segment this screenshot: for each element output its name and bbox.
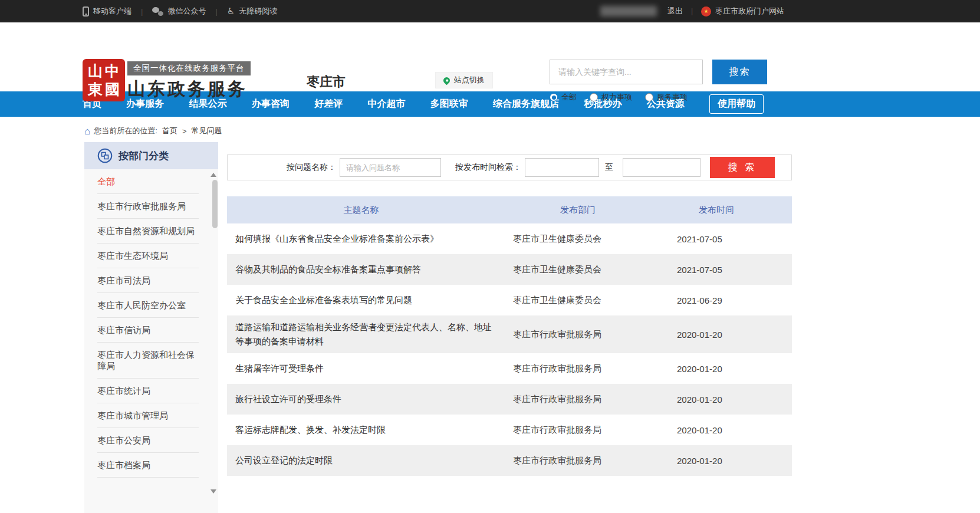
row-title-link[interactable]: 客运标志牌配发、换发、补发法定时限 (227, 423, 495, 437)
row-date: 2021-06-29 (660, 295, 772, 305)
site-switch-button[interactable]: 站点切换 (435, 72, 493, 88)
sidebar-title: 按部门分类 (119, 149, 169, 163)
radio-icon[interactable] (645, 93, 653, 101)
row-department: 枣庄市行政审批服务局 (495, 455, 660, 466)
row-department: 枣庄市行政审批服务局 (495, 329, 660, 340)
table-row[interactable]: 道路运输和道路运输相关业务经营者变更法定代表人、名称、地址等事项的备案申请材料 … (227, 315, 792, 353)
row-title-link[interactable]: 旅行社设立许可的受理条件 (227, 392, 495, 406)
sidebar-item[interactable]: 枣庄市司法局 (97, 268, 199, 293)
table-row[interactable]: 客运标志牌配发、换发、补发法定时限 枣庄市行政审批服务局 2020-01-20 (227, 415, 792, 445)
portal-link[interactable]: 枣庄市政府门户网站 (701, 6, 784, 17)
table-row[interactable]: 生猪屠宰许可受理条件 枣庄市行政审批服务局 2020-01-20 (227, 353, 792, 384)
row-department: 枣庄市行政审批服务局 (495, 425, 660, 436)
row-department: 枣庄市卫生健康委员会 (495, 295, 660, 306)
top-utility-bar: 移动客户端 微信公众号 无障碍阅读 退出 | 枣庄市政府门户网站 (0, 0, 980, 22)
row-date: 2021-07-05 (660, 234, 772, 244)
row-title-link[interactable]: 道路运输和道路运输相关业务经营者变更法定代表人、名称、地址等事项的备案申请材料 (227, 320, 495, 348)
sidebar-list: 全部 枣庄市行政审批服务局 枣庄市自然资源和规划局 枣庄市生态环境局 枣庄市司法… (84, 169, 218, 513)
platform-badge: 全国一体化在线政务服务平台 (127, 61, 251, 75)
sidebar-item[interactable]: 枣庄市档案局 (97, 453, 199, 478)
radio-icon[interactable] (550, 93, 558, 101)
name-filter-label: 按问题名称： (287, 162, 336, 173)
topbar-link[interactable]: 移动客户端 (83, 6, 131, 17)
search-scope-radio[interactable]: 全部 (550, 92, 577, 103)
table-body: 如何填报《山东省食品安全企业标准备案前公示表》 枣庄市卫生健康委员会 2021-… (227, 223, 792, 476)
row-title-link[interactable]: 生猪屠宰许可受理条件 (227, 361, 495, 376)
row-title-link[interactable]: 如何填报《山东省食品安全企业标准备案前公示表》 (227, 232, 495, 246)
search-scope-radios: 全部 权力事项 服务事项 (550, 92, 701, 103)
table-row[interactable]: 如何填报《山东省食品安全企业标准备案前公示表》 枣庄市卫生健康委员会 2021-… (227, 223, 792, 254)
keyword-search-input[interactable] (550, 60, 703, 84)
column-header-title: 主题名称 (227, 205, 495, 216)
main-panel: 按问题名称： 按发布时间检索： 至 搜 索 主题名称 发布部门 发布时间 如何填… (227, 142, 792, 513)
site-title: 山东政务服务 (127, 77, 251, 101)
city-name: 枣庄市 (307, 73, 346, 91)
search-scope-radio[interactable]: 服务事项 (645, 92, 688, 103)
table-row[interactable]: 公司设立登记的法定时限 枣庄市行政审批服务局 2020-01-20 (227, 445, 792, 476)
column-header-dept: 发布部门 (495, 205, 660, 216)
search-scope-radio[interactable]: 权力事项 (590, 92, 632, 103)
scroll-down-arrow-icon[interactable] (211, 489, 216, 494)
logout-link[interactable]: 退出 (667, 6, 683, 17)
home-icon (84, 126, 94, 136)
scrollbar-thumb[interactable] (212, 180, 218, 228)
radio-icon[interactable] (590, 93, 598, 101)
table-row[interactable]: 旅行社设立许可的受理条件 枣庄市行政审批服务局 2020-01-20 (227, 384, 792, 415)
sidebar-item[interactable]: 枣庄市生态环境局 (97, 244, 199, 268)
breadcrumb-home-link[interactable]: 首页 (162, 126, 177, 136)
nav-item[interactable]: 办事咨询 (252, 98, 290, 110)
sidebar-item[interactable]: 枣庄市人民防空办公室 (97, 293, 199, 318)
topbar-links: 移动客户端 微信公众号 无障碍阅读 (83, 6, 277, 17)
table-row[interactable]: 谷物及其制品的食品安全标准备案重点事项解答 枣庄市卫生健康委员会 2021-07… (227, 254, 792, 285)
breadcrumb-separator: > (182, 127, 187, 136)
row-date: 2021-07-05 (660, 265, 772, 275)
sidebar-item[interactable]: 全部 (97, 169, 199, 194)
row-date: 2020-01-20 (660, 394, 772, 405)
row-title-link[interactable]: 谷物及其制品的食品安全标准备案重点事项解答 (227, 262, 495, 277)
shandong-seal-logo: 山 中 東 國 (83, 59, 125, 101)
row-date: 2020-01-20 (660, 330, 772, 340)
sidebar-item[interactable]: 枣庄市行政审批服务局 (97, 194, 199, 219)
department-sidebar: 按部门分类 全部 枣庄市行政审批服务局 枣庄市自然资源和规划局 枣庄市生态环境局… (84, 142, 218, 513)
sidebar-item[interactable]: 枣庄市信访局 (97, 318, 199, 343)
topbar-link[interactable]: 无障碍阅读 (206, 6, 277, 17)
sidebar-header: 按部门分类 (84, 142, 218, 169)
mobile-icon (83, 6, 89, 17)
accessibility-icon (227, 6, 235, 16)
breadcrumb-prefix: 您当前所在的位置: (94, 126, 157, 136)
sidebar-item[interactable]: 枣庄市统计局 (97, 379, 199, 403)
nav-item[interactable]: 多图联审 (430, 98, 468, 110)
table-row[interactable]: 关于食品安全企业标准备案表填写的常见问题 枣庄市卫生健康委员会 2021-06-… (227, 285, 792, 315)
row-title-link[interactable]: 公司设立登记的法定时限 (227, 453, 495, 468)
faq-table: 主题名称 发布部门 发布时间 如何填报《山东省食品安全企业标准备案前公示表》 枣… (227, 196, 792, 476)
row-department: 枣庄市卫生健康委员会 (495, 264, 660, 275)
date-filter-label: 按发布时间检索： (455, 162, 521, 173)
row-department: 枣庄市行政审批服务局 (495, 363, 660, 374)
row-department: 枣庄市行政审批服务局 (495, 394, 660, 405)
site-header: 山 中 東 國 全国一体化在线政务服务平台 山东政务服务 枣庄市 站点切换 搜索… (0, 22, 980, 91)
date-from-input[interactable] (525, 158, 599, 177)
topbar-link[interactable]: 微信公众号 (131, 6, 206, 17)
header-search-button[interactable]: 搜索 (712, 60, 767, 84)
nav-item[interactable]: 使用帮助 (709, 94, 764, 114)
table-header-row: 主题名称 发布部门 发布时间 (227, 196, 792, 223)
question-name-input[interactable] (340, 158, 441, 177)
date-to-input[interactable] (623, 158, 701, 177)
sidebar-item[interactable]: 枣庄市人力资源和社会保障局 (97, 343, 199, 379)
breadcrumb: 您当前所在的位置: 首页 > 常见问题 (84, 126, 980, 136)
nav-item[interactable]: 中介超市 (367, 98, 405, 110)
national-emblem-icon (701, 6, 711, 17)
wechat-icon (152, 7, 163, 16)
sidebar-item[interactable]: 枣庄市公安局 (97, 428, 199, 453)
question-filter-bar: 按问题名称： 按发布时间检索： 至 搜 索 (227, 154, 792, 180)
sidebar-item[interactable]: 枣庄市城市管理局 (97, 403, 199, 428)
department-category-icon (97, 148, 113, 163)
nav-item[interactable]: 好差评 (314, 98, 343, 110)
location-pin-icon (442, 75, 452, 85)
sidebar-item[interactable]: 枣庄市自然资源和规划局 (97, 219, 199, 244)
filter-search-button[interactable]: 搜 索 (710, 157, 775, 178)
divider: | (691, 7, 693, 15)
scroll-up-arrow-icon[interactable] (211, 173, 216, 177)
row-date: 2020-01-20 (660, 425, 772, 435)
row-title-link[interactable]: 关于食品安全企业标准备案表填写的常见问题 (227, 293, 495, 307)
